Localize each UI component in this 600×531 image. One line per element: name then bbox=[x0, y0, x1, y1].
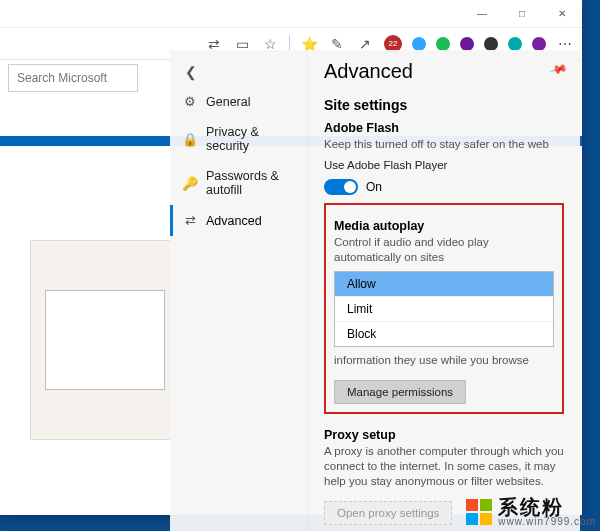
content-card-preview bbox=[45, 290, 165, 390]
back-button[interactable]: ❮ bbox=[170, 58, 307, 86]
page-title: Advanced bbox=[324, 60, 564, 83]
ext-icon-5[interactable] bbox=[508, 37, 522, 51]
content-card bbox=[30, 240, 180, 440]
flash-toggle[interactable] bbox=[324, 179, 358, 195]
highlight-box: Media autoplay Control if audio and vide… bbox=[324, 203, 564, 414]
sidebar-item-label: Advanced bbox=[206, 214, 262, 228]
search-input[interactable]: Search Microsoft bbox=[8, 64, 138, 92]
close-button[interactable]: ✕ bbox=[542, 0, 582, 28]
autoplay-option-block[interactable]: Block bbox=[335, 322, 553, 346]
ext-icon-6[interactable] bbox=[532, 37, 546, 51]
microsoft-logo-icon bbox=[466, 499, 492, 525]
autoplay-desc: Control if audio and video play automati… bbox=[334, 235, 554, 265]
settings-pane: 📌 Advanced Site settings Adobe Flash Kee… bbox=[308, 50, 580, 531]
sidebar-item-passwords[interactable]: 🔑 Passwords & autofill bbox=[170, 161, 307, 205]
sidebar-item-general[interactable]: ⚙ General bbox=[170, 86, 307, 117]
settings-panel: ❮ ⚙ General 🔒 Privacy & security 🔑 Passw… bbox=[170, 50, 580, 531]
permissions-desc-partial: information they use while you browse bbox=[334, 353, 554, 368]
sidebar-item-label: Passwords & autofill bbox=[206, 169, 295, 197]
flash-heading: Adobe Flash bbox=[324, 121, 564, 135]
sidebar-item-label: Privacy & security bbox=[206, 125, 295, 153]
titlebar: — □ ✕ bbox=[0, 0, 582, 28]
sidebar-item-advanced[interactable]: ⇄ Advanced bbox=[170, 205, 307, 236]
site-settings-heading: Site settings bbox=[324, 97, 564, 113]
sidebar-item-privacy[interactable]: 🔒 Privacy & security bbox=[170, 117, 307, 161]
proxy-heading: Proxy setup bbox=[324, 428, 564, 442]
manage-permissions-button[interactable]: Manage permissions bbox=[334, 380, 466, 404]
key-icon: 🔑 bbox=[182, 176, 198, 191]
watermark-text: 系统粉 bbox=[498, 497, 596, 517]
autoplay-option-allow[interactable]: Allow bbox=[335, 272, 553, 297]
minimize-button[interactable]: — bbox=[462, 0, 502, 28]
flash-toggle-state: On bbox=[366, 180, 382, 194]
autoplay-dropdown[interactable]: Allow Limit Block bbox=[334, 271, 554, 347]
flash-toggle-label: Use Adobe Flash Player bbox=[324, 158, 564, 173]
watermark-url: www.win7999.com bbox=[498, 517, 596, 527]
lock-icon: 🔒 bbox=[182, 132, 198, 147]
settings-sidebar: ❮ ⚙ General 🔒 Privacy & security 🔑 Passw… bbox=[170, 50, 308, 531]
ext-icon-4[interactable] bbox=[484, 37, 498, 51]
ext-icon-3[interactable] bbox=[460, 37, 474, 51]
autoplay-option-limit[interactable]: Limit bbox=[335, 297, 553, 322]
flash-desc: Keep this turned off to stay safer on th… bbox=[324, 137, 564, 152]
sliders-icon: ⇄ bbox=[182, 213, 198, 228]
watermark: 系统粉 www.win7999.com bbox=[466, 497, 596, 527]
sidebar-item-label: General bbox=[206, 95, 250, 109]
autoplay-heading: Media autoplay bbox=[334, 219, 554, 233]
proxy-desc: A proxy is another computer through whic… bbox=[324, 444, 564, 489]
gear-icon: ⚙ bbox=[182, 94, 198, 109]
maximize-button[interactable]: □ bbox=[502, 0, 542, 28]
ext-icon-2[interactable] bbox=[436, 37, 450, 51]
ext-icon-1[interactable] bbox=[412, 37, 426, 51]
open-proxy-button[interactable]: Open proxy settings bbox=[324, 501, 452, 525]
